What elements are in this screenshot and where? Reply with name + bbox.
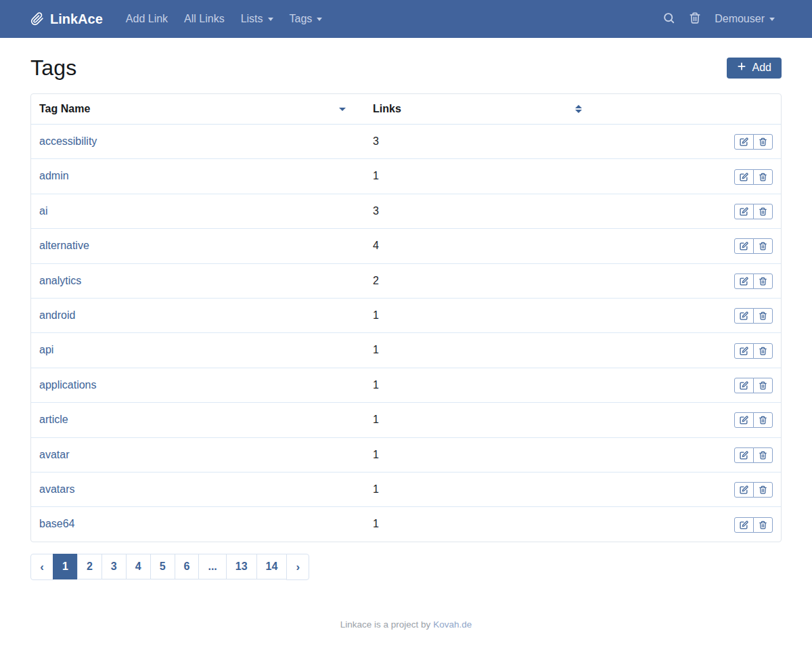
pagination-page-1[interactable]: 1 <box>53 554 78 579</box>
trash-icon <box>759 207 767 216</box>
nav-add-link[interactable]: Add Link <box>118 7 176 30</box>
chevron-down-icon <box>317 18 322 21</box>
trash-icon <box>759 347 767 355</box>
edit-icon <box>740 451 748 460</box>
table-row: base64 1 <box>31 507 781 542</box>
trash-icon <box>759 277 767 286</box>
pagination-page-3[interactable]: 3 <box>102 554 127 579</box>
delete-tag-button[interactable] <box>753 482 773 498</box>
nav-lists-label: Lists <box>241 13 263 25</box>
trash-icon <box>759 137 767 146</box>
trash-icon <box>689 12 701 27</box>
tag-link[interactable]: applications <box>39 379 97 391</box>
edit-icon <box>740 277 748 286</box>
top-navbar: LinkAce Add Link All Links Lists Tags De… <box>0 0 812 38</box>
add-button[interactable]: Add <box>727 58 782 79</box>
table-row: article 1 <box>31 403 781 437</box>
footer-link[interactable]: Kovah.de <box>433 619 472 630</box>
tag-link[interactable]: ai <box>39 205 47 217</box>
delete-tag-button[interactable] <box>753 238 773 254</box>
edit-tag-button[interactable] <box>734 482 754 498</box>
table-header-row: Tag Name Links <box>31 94 781 125</box>
navbar-right: Demouser <box>656 6 782 32</box>
edit-tag-button[interactable] <box>734 412 754 428</box>
column-header-tag-name[interactable]: Tag Name <box>31 94 365 125</box>
pagination-page-6[interactable]: 6 <box>175 554 200 579</box>
table-row: ai 3 <box>31 194 781 228</box>
pagination-page-5[interactable]: 5 <box>150 554 175 579</box>
delete-tag-button[interactable] <box>753 412 773 428</box>
trash-icon <box>759 381 767 390</box>
pagination-next[interactable]: › <box>286 554 309 581</box>
footer-text: Linkace is a project by <box>340 619 431 630</box>
edit-tag-button[interactable] <box>734 134 754 150</box>
edit-tag-button[interactable] <box>734 169 754 185</box>
tag-link[interactable]: api <box>39 344 53 355</box>
edit-icon <box>740 416 748 424</box>
edit-tag-button[interactable] <box>734 378 754 393</box>
sort-desc-icon <box>339 108 346 111</box>
edit-tag-button[interactable] <box>734 447 754 463</box>
pagination-prev[interactable]: ‹ <box>30 554 53 581</box>
edit-tag-button[interactable] <box>734 273 754 289</box>
links-count: 1 <box>365 472 601 506</box>
add-button-label: Add <box>752 62 771 74</box>
delete-tag-button[interactable] <box>753 273 773 289</box>
brand-label: LinkAce <box>50 12 103 27</box>
delete-tag-button[interactable] <box>753 343 773 359</box>
chevron-down-icon <box>268 18 273 21</box>
tag-link[interactable]: alternative <box>39 240 89 251</box>
links-count: 2 <box>365 263 601 298</box>
tag-link[interactable]: admin <box>39 170 69 181</box>
tag-link[interactable]: accessibility <box>39 135 97 147</box>
tag-link[interactable]: article <box>39 414 68 425</box>
table-row: accessibility 3 <box>31 125 781 159</box>
trash-nav-button[interactable] <box>682 6 708 32</box>
brand-link[interactable]: LinkAce <box>30 10 103 28</box>
edit-icon <box>740 173 748 181</box>
links-count: 1 <box>365 333 601 368</box>
edit-icon <box>740 521 748 529</box>
links-count: 1 <box>365 507 601 542</box>
footer: Linkace is a project by Kovah.de <box>0 619 812 630</box>
delete-tag-button[interactable] <box>753 308 773 324</box>
nav-lists-dropdown[interactable]: Lists <box>233 7 281 30</box>
tag-link[interactable]: android <box>39 309 75 321</box>
edit-icon <box>740 242 748 250</box>
delete-tag-button[interactable] <box>753 204 773 219</box>
table-row: alternative 4 <box>31 229 781 263</box>
edit-tag-button[interactable] <box>734 343 754 359</box>
edit-tag-button[interactable] <box>734 308 754 324</box>
pagination-page-4[interactable]: 4 <box>126 554 151 579</box>
tag-link[interactable]: base64 <box>39 518 75 529</box>
edit-tag-button[interactable] <box>734 517 754 533</box>
delete-tag-button[interactable] <box>753 378 773 393</box>
search-button[interactable] <box>656 6 682 32</box>
edit-tag-button[interactable] <box>734 204 754 219</box>
tag-link[interactable]: avatars <box>39 483 74 495</box>
column-header-actions <box>601 94 781 125</box>
edit-tag-button[interactable] <box>734 238 754 254</box>
paperclip-icon <box>30 10 44 28</box>
user-name: Demouser <box>715 13 765 25</box>
delete-tag-button[interactable] <box>753 169 773 185</box>
nav-tags-label: Tags <box>290 13 313 25</box>
edit-icon <box>740 137 748 146</box>
delete-tag-button[interactable] <box>753 517 773 533</box>
tag-link[interactable]: avatar <box>39 449 69 460</box>
nav-tags-dropdown[interactable]: Tags <box>281 7 331 30</box>
main-nav: Add Link All Links Lists Tags <box>118 7 331 30</box>
column-header-links[interactable]: Links <box>365 94 601 125</box>
pagination-page-14[interactable]: 14 <box>256 554 288 579</box>
search-icon <box>662 12 675 27</box>
delete-tag-button[interactable] <box>753 134 773 150</box>
delete-tag-button[interactable] <box>753 447 773 463</box>
chevron-down-icon <box>769 18 775 21</box>
pagination-page-13[interactable]: 13 <box>226 554 257 579</box>
nav-all-links[interactable]: All Links <box>176 7 233 30</box>
user-menu[interactable]: Demouser <box>708 7 782 30</box>
pagination-page-2[interactable]: 2 <box>77 554 102 579</box>
tags-table: Tag Name Links accessibility <box>31 94 781 542</box>
tag-link[interactable]: analytics <box>39 275 81 286</box>
table-row: admin 1 <box>31 159 781 194</box>
